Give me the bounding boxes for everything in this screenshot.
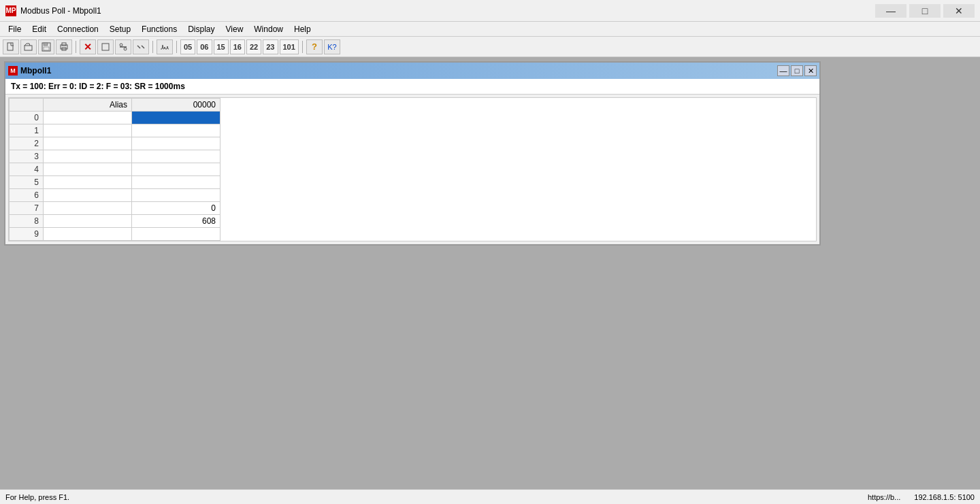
row-alias bbox=[44, 137, 132, 150]
row-value bbox=[132, 176, 220, 189]
row-value bbox=[132, 112, 220, 124]
menu-functions[interactable]: Functions bbox=[136, 23, 182, 35]
waveform-button[interactable] bbox=[157, 39, 173, 54]
table-row: 0 bbox=[10, 112, 220, 124]
title-bar-left: MP Modbus Poll - Mbpoll1 bbox=[5, 5, 101, 16]
separator-3 bbox=[176, 41, 177, 53]
mdi-minimize[interactable]: — bbox=[777, 65, 789, 76]
status-help-text: For Help, press F1. bbox=[5, 493, 69, 501]
menu-file[interactable]: File bbox=[3, 23, 27, 35]
stop-button[interactable]: ✕ bbox=[80, 39, 96, 54]
save-button[interactable] bbox=[38, 39, 54, 54]
row-value bbox=[132, 150, 220, 163]
title-bar: MP Modbus Poll - Mbpoll1 — □ ✕ bbox=[0, 0, 980, 22]
row-index: 6 bbox=[10, 189, 44, 202]
menu-edit[interactable]: Edit bbox=[27, 23, 52, 35]
row-alias bbox=[44, 228, 132, 241]
table-row: 70 bbox=[10, 202, 220, 215]
table-row: 4 bbox=[10, 163, 220, 176]
print-button[interactable] bbox=[56, 39, 72, 54]
mdi-title-left: M Mbpoll1 bbox=[8, 66, 51, 75]
mdi-window: M Mbpoll1 — □ ✕ Tx = 100: Err = 0: ID = … bbox=[4, 61, 821, 246]
connect-button[interactable] bbox=[115, 39, 131, 54]
func-22[interactable]: 22 bbox=[246, 39, 261, 54]
row-alias bbox=[44, 176, 132, 189]
disconnect-button[interactable] bbox=[133, 39, 149, 54]
header-data: 00000 bbox=[132, 99, 220, 112]
mdi-maximize[interactable]: □ bbox=[791, 65, 803, 76]
svg-rect-4 bbox=[44, 47, 49, 50]
help2-button[interactable]: K? bbox=[324, 39, 340, 54]
row-value bbox=[132, 163, 220, 176]
menu-display[interactable]: Display bbox=[182, 23, 220, 35]
row-index: 7 bbox=[10, 202, 44, 215]
func-16[interactable]: 16 bbox=[230, 39, 245, 54]
row-value bbox=[132, 189, 220, 202]
func-15[interactable]: 15 bbox=[214, 39, 229, 54]
menu-bar: File Edit Connection Setup Functions Dis… bbox=[0, 22, 980, 37]
func-23[interactable]: 23 bbox=[263, 39, 278, 54]
help-button[interactable]: ? bbox=[306, 39, 323, 54]
row-alias bbox=[44, 189, 132, 202]
header-alias: Alias bbox=[44, 99, 132, 112]
menu-view[interactable]: View bbox=[220, 23, 249, 35]
table-row: 5 bbox=[10, 176, 220, 189]
func-06[interactable]: 06 bbox=[197, 39, 212, 54]
mdi-title-bar: M Mbpoll1 — □ ✕ bbox=[5, 63, 819, 79]
main-area: M Mbpoll1 — □ ✕ Tx = 100: Err = 0: ID = … bbox=[0, 57, 980, 489]
row-index: 3 bbox=[10, 150, 44, 163]
menu-setup[interactable]: Setup bbox=[104, 23, 136, 35]
row-value bbox=[132, 228, 220, 241]
svg-rect-8 bbox=[102, 44, 109, 50]
status-right: https://b... 192.168.1.5: 5100 bbox=[868, 493, 975, 501]
table-row: 8608 bbox=[10, 215, 220, 228]
header-index bbox=[10, 99, 44, 112]
status-url: https://b... bbox=[868, 493, 900, 501]
toolbar: ✕ 05 06 15 16 22 23 101 ? K? bbox=[0, 37, 980, 57]
func-05[interactable]: 05 bbox=[180, 39, 195, 54]
mdi-status-line: Tx = 100: Err = 0: ID = 2: F = 03: SR = … bbox=[5, 79, 819, 95]
menu-connection[interactable]: Connection bbox=[52, 23, 104, 35]
status-connection: 192.168.1.5: 5100 bbox=[914, 493, 975, 501]
row-index: 0 bbox=[10, 112, 44, 124]
svg-point-11 bbox=[124, 48, 127, 50]
mdi-window-title: Mbpoll1 bbox=[20, 66, 51, 75]
svg-line-13 bbox=[142, 46, 144, 48]
minimize-button[interactable]: — bbox=[875, 4, 906, 18]
data-table: Alias 00000 01234567086089 bbox=[9, 98, 220, 241]
title-bar-controls: — □ ✕ bbox=[875, 4, 975, 18]
table-row: 9 bbox=[10, 228, 220, 241]
separator-2 bbox=[152, 41, 153, 53]
row-value: 0 bbox=[132, 202, 220, 215]
row-index: 9 bbox=[10, 228, 44, 241]
row-value: 608 bbox=[132, 215, 220, 228]
menu-window[interactable]: Window bbox=[248, 23, 289, 35]
close-button[interactable]: ✕ bbox=[943, 4, 975, 18]
row-alias bbox=[44, 150, 132, 163]
window-button[interactable] bbox=[97, 39, 114, 54]
svg-line-12 bbox=[137, 46, 140, 48]
svg-rect-1 bbox=[24, 46, 32, 50]
svg-rect-0 bbox=[7, 43, 13, 50]
table-row: 6 bbox=[10, 189, 220, 202]
mdi-controls: — □ ✕ bbox=[777, 65, 817, 76]
row-value bbox=[132, 137, 220, 150]
row-alias bbox=[44, 215, 132, 228]
new-button[interactable] bbox=[3, 39, 19, 54]
data-table-container: Alias 00000 01234567086089 bbox=[8, 97, 817, 241]
mdi-close[interactable]: ✕ bbox=[804, 65, 817, 76]
row-index: 5 bbox=[10, 176, 44, 189]
open-button[interactable] bbox=[20, 39, 37, 54]
row-index: 8 bbox=[10, 215, 44, 228]
menu-help[interactable]: Help bbox=[289, 23, 316, 35]
row-alias bbox=[44, 202, 132, 215]
status-bar: For Help, press F1. https://b... 192.168… bbox=[0, 489, 980, 504]
maximize-button[interactable]: □ bbox=[909, 4, 941, 18]
func-101[interactable]: 101 bbox=[280, 39, 299, 54]
row-alias bbox=[44, 163, 132, 176]
row-index: 1 bbox=[10, 124, 44, 137]
separator-1 bbox=[76, 41, 76, 53]
row-alias bbox=[44, 124, 132, 137]
row-value bbox=[132, 124, 220, 137]
svg-point-10 bbox=[120, 44, 122, 46]
